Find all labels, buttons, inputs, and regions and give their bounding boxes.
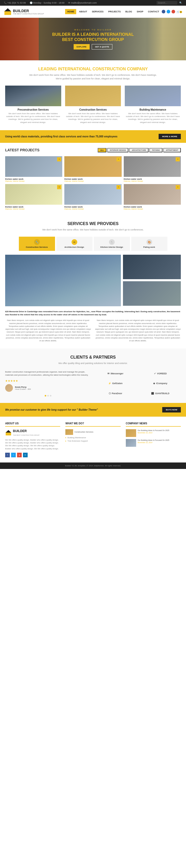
logo-gelgaten: ⚡ GelGaten bbox=[95, 382, 136, 384]
tab-pating-label: Pating work bbox=[133, 246, 165, 248]
footer-about: ABOUT US BUILDER THE BEST CONSTRUCTION G… bbox=[5, 422, 60, 457]
services-provides-title: SERVICES WE PROVIDES bbox=[5, 221, 181, 226]
building-side-top-image bbox=[123, 255, 181, 279]
project-item-5[interactable]: + Kichen water work Digicorp, Interior D… bbox=[64, 184, 122, 210]
get-quote-button[interactable]: GET A QUOTE bbox=[92, 44, 113, 50]
service-tab-construction[interactable]: 🔧 Construction Services bbox=[19, 237, 55, 251]
services-provides-desc: We don't work from the same office. We h… bbox=[28, 228, 158, 232]
search-input[interactable] bbox=[157, 1, 177, 5]
filter-architecture[interactable]: ARCHITECTURE bbox=[129, 148, 149, 152]
banner-button[interactable]: More & More bbox=[159, 134, 181, 139]
project-title-3: Kichen water work bbox=[124, 178, 181, 180]
footer-news-2-date: November 23, 2014 bbox=[138, 442, 169, 443]
hero-content: WELCOME TO BUILDER BUILDER IS A LEADING … bbox=[0, 29, 186, 49]
dot-3[interactable] bbox=[50, 395, 51, 397]
project-item-6[interactable]: + Kichen water work Digicorp, Interior D… bbox=[124, 184, 181, 210]
nav-home[interactable]: HOME bbox=[65, 9, 76, 14]
footer-news-1-title[interactable]: Our Building Ideas Is Focused On 2025 bbox=[138, 429, 169, 432]
project-item-1[interactable]: + Kichen water work Digicorp, Interior D… bbox=[5, 156, 62, 182]
service-building-text: We don't work from the same office. We h… bbox=[125, 112, 181, 124]
twitter-icon[interactable] bbox=[167, 10, 170, 13]
footer-whatwedo-title: WHAT WE DO? bbox=[65, 422, 121, 427]
service-tab-kitchen[interactable]: 🍴 Kitchen Interior Design bbox=[94, 237, 130, 251]
logo-subtext: THE BEST CONSTRUCTION GROUP bbox=[13, 13, 44, 15]
footer-social: f t g in bbox=[5, 453, 60, 457]
project-subtitle-4: Digicorp, Interior Design bbox=[5, 208, 62, 210]
project-item-2[interactable]: + Kichen water work Digicorp, Interior D… bbox=[64, 156, 122, 182]
filter-pathing[interactable]: PATHING bbox=[149, 148, 162, 152]
reviewer-title: Head Enabler - IBM bbox=[15, 388, 31, 390]
tab-construction-label: Construction Services bbox=[21, 246, 53, 248]
top-bar: 📞 +41 (0)4 71 53 99 🕐 Monday - Sunday 9:… bbox=[0, 0, 186, 6]
logo-text: BUILDER bbox=[13, 9, 44, 13]
project-item-4[interactable]: + Kichen water work Digicorp, Interior D… bbox=[5, 184, 62, 210]
search-icon[interactable]: 🔍 bbox=[179, 2, 182, 4]
svg-marker-1 bbox=[4, 8, 11, 11]
leading-title: LEADING INTERNATIONAL CONSTRUCTION COMPA… bbox=[5, 67, 181, 71]
dot-1[interactable] bbox=[45, 395, 46, 397]
facebook-icon[interactable] bbox=[162, 10, 165, 13]
project-title-4: Kichen water work bbox=[5, 206, 62, 208]
project-subtitle-3: Digicorp, Interior Design bbox=[124, 180, 181, 182]
footer-service-1: Construction Services bbox=[65, 429, 121, 435]
projects-title: LATEST PROJECTS bbox=[5, 148, 39, 152]
projects-grid: + Kichen water work Digicorp, Interior D… bbox=[5, 156, 181, 210]
projects-section: LATEST PROJECTS All INTERIOR DESIGN ARCH… bbox=[0, 143, 186, 215]
clients-section: CLIENTS & PARTNERS We offer quality tili… bbox=[0, 348, 186, 403]
cart-icon[interactable]: 🛒0 bbox=[177, 10, 182, 13]
nav-about[interactable]: ABOUT bbox=[77, 9, 89, 14]
filter-interior[interactable]: INTERIOR DESIGN bbox=[107, 148, 128, 152]
social-icon-3[interactable] bbox=[171, 10, 175, 13]
client-quote: Builder construction management professi… bbox=[5, 370, 91, 377]
service-construction-text: We don't work from the same office. We h… bbox=[65, 112, 121, 124]
nav-services[interactable]: SERVICES bbox=[90, 9, 105, 14]
building-desc: 620 Memorial Drive in Cambridge was reno… bbox=[5, 310, 181, 316]
promise-text: We promise our customer to give life lon… bbox=[5, 408, 98, 411]
explore-button[interactable]: EXPLORE bbox=[74, 44, 90, 50]
text-col-right: Nam libero tempore, cum soluta nobis est… bbox=[95, 319, 181, 342]
nav-blog[interactable]: BLOG bbox=[123, 9, 134, 14]
building-side-bottom-image bbox=[123, 281, 181, 306]
footer-tw-icon[interactable]: t bbox=[11, 453, 16, 457]
nav-projects[interactable]: PROJECTS bbox=[106, 9, 123, 14]
main-nav: HOME ABOUT SERVICES PROJECTS BLOG SHOP C… bbox=[65, 9, 182, 14]
footer-logo-icon bbox=[5, 430, 11, 436]
footer-news-1-date: November 23, 2014 bbox=[138, 432, 169, 434]
service-tab-architecture[interactable]: ✏ Architecture Design bbox=[56, 237, 92, 251]
footer-list-building[interactable]: Building Maintenance bbox=[65, 436, 121, 439]
footer-logo-text: BUILDER bbox=[13, 429, 39, 433]
filter-appartment[interactable]: APPARTMENT bbox=[163, 148, 181, 152]
banner-text: Using world class materials, providing f… bbox=[5, 135, 117, 138]
reviewer-avatar bbox=[5, 384, 13, 392]
architecture-icon: ✏ bbox=[72, 239, 77, 245]
service-tabs: 🔧 Construction Services ✏ Architecture D… bbox=[5, 237, 181, 251]
footer-news-2: Our Building Ideas Is Focused On 2025 No… bbox=[126, 439, 181, 447]
footer-news-2-title[interactable]: Our Building Ideas Is Focused On 2025 bbox=[138, 439, 169, 442]
phone-info: 📞 +41 (0)4 71 53 99 bbox=[4, 2, 26, 4]
footer-gp-icon[interactable]: g bbox=[17, 453, 22, 457]
leading-desc: We don't work from the same office. We h… bbox=[28, 73, 158, 81]
project-item-3[interactable]: + Kichen water work Digicorp, Interior D… bbox=[124, 156, 181, 182]
footer-about-title: ABOUT US bbox=[5, 422, 60, 427]
project-title-6: Kichen water work bbox=[124, 206, 181, 208]
project-title-5: Kichen water work bbox=[64, 206, 122, 208]
email-info: ✉ mailto@yourdomain.com bbox=[68, 2, 97, 4]
project-subtitle-5: Digicorp, Interior Design bbox=[64, 208, 122, 210]
footer-li-icon[interactable]: in bbox=[23, 453, 28, 457]
dot-2[interactable] bbox=[47, 395, 49, 397]
nav-contact[interactable]: CONTACT bbox=[146, 9, 161, 14]
nav-shop[interactable]: SHOP bbox=[135, 9, 145, 14]
service-construction-title: Construction Services bbox=[65, 108, 121, 111]
logo-paradoor: ⬡ ParaDoor bbox=[95, 392, 136, 395]
footer-list-tree[interactable]: Tree Extension Support bbox=[65, 440, 121, 442]
buy-now-button[interactable]: BUYS NOW bbox=[162, 407, 181, 412]
footer-fb-icon[interactable]: f bbox=[5, 453, 10, 457]
construction-icon: 🔧 bbox=[34, 239, 40, 245]
header: BUILDER THE BEST CONSTRUCTION GROUP HOME… bbox=[0, 6, 186, 18]
project-title-2: Kichen water work bbox=[64, 178, 122, 180]
filter-all[interactable]: All bbox=[98, 148, 106, 152]
text-col-left: Nam libero tempore, cum soluta nobis est… bbox=[5, 319, 91, 342]
client-logos: ✉ iMessenger ✓ VOREED ⚡ GelGaten ◆ iComp… bbox=[95, 370, 181, 397]
service-tab-pating[interactable]: 🎨 Pating work bbox=[131, 237, 167, 251]
pating-icon: 🎨 bbox=[147, 239, 152, 245]
